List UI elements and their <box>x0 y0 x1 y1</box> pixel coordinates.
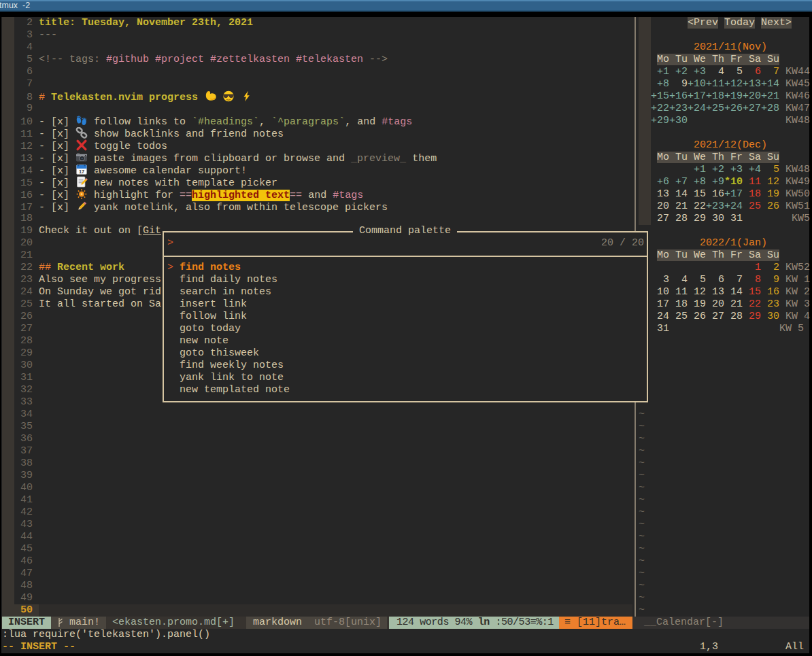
svg-text:17: 17 <box>79 169 84 175</box>
